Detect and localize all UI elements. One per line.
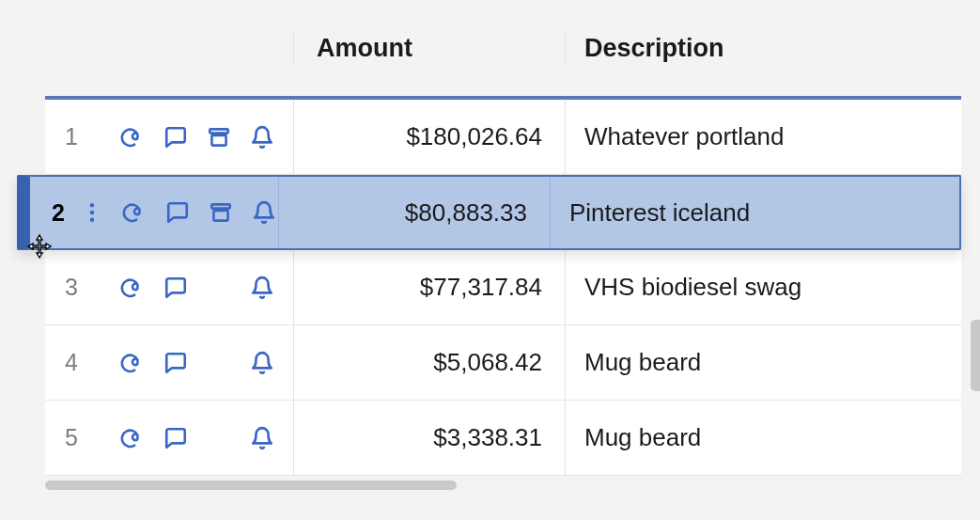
cell-amount[interactable]: $3,338.31 xyxy=(294,423,565,452)
row-number: 3 xyxy=(60,274,83,301)
row-handle[interactable]: 1 xyxy=(45,123,293,150)
at-icon[interactable] xyxy=(120,276,145,300)
horizontal-scrollbar[interactable] xyxy=(45,481,457,490)
row-number: 2 xyxy=(47,199,70,227)
cell-description[interactable]: Pinterest iceland xyxy=(551,198,750,228)
table-row[interactable]: 1 $180,026.64 Whatever portland xyxy=(45,100,961,175)
comment-icon[interactable] xyxy=(163,426,188,450)
comment-icon[interactable] xyxy=(163,276,188,300)
cell-amount[interactable]: $77,317.84 xyxy=(294,273,565,302)
archive-icon[interactable] xyxy=(207,125,231,150)
table-row[interactable]: 5 $3,338.31 Mug beard xyxy=(45,401,961,476)
row-handle[interactable]: 3 xyxy=(45,274,293,301)
at-icon[interactable] xyxy=(120,125,145,150)
at-icon[interactable] xyxy=(120,351,145,375)
row-handle[interactable]: 5 xyxy=(45,424,293,451)
table-row[interactable]: 2 $80,883.33 Pinterest iceland xyxy=(17,175,961,250)
row-handle[interactable]: 4 xyxy=(45,349,293,376)
svg-rect-0 xyxy=(210,129,228,133)
table-row[interactable]: 3 $77,317.84 VHS biodiesel swag xyxy=(45,250,961,325)
row-number: 4 xyxy=(60,349,83,376)
svg-point-4 xyxy=(90,218,94,222)
cell-description[interactable]: Whatever portland xyxy=(566,122,784,151)
data-table: Amount Description 1 $180,026.64 Whateve… xyxy=(45,0,961,476)
svg-rect-5 xyxy=(211,204,230,208)
col-header-description[interactable]: Description xyxy=(566,34,961,63)
vertical-scrollbar[interactable] xyxy=(971,320,980,391)
drag-handle-icon[interactable] xyxy=(86,202,98,223)
comment-icon[interactable] xyxy=(165,200,190,225)
bell-icon[interactable] xyxy=(250,426,274,450)
cell-description[interactable]: Mug beard xyxy=(566,423,701,452)
comment-icon[interactable] xyxy=(163,125,188,150)
archive-icon[interactable] xyxy=(209,200,233,225)
cell-description[interactable]: VHS biodiesel swag xyxy=(566,273,801,302)
svg-point-3 xyxy=(90,211,94,214)
cell-amount[interactable]: $80,883.33 xyxy=(279,198,550,228)
table-row[interactable]: 4 $5,068.42 Mug beard xyxy=(45,325,961,401)
cell-description[interactable]: Mug beard xyxy=(566,348,701,377)
bell-icon[interactable] xyxy=(250,276,274,300)
cell-amount[interactable]: $5,068.42 xyxy=(294,348,565,377)
row-handle[interactable]: 2 xyxy=(30,199,278,227)
row-number: 1 xyxy=(60,123,83,150)
bell-icon[interactable] xyxy=(252,200,276,225)
svg-rect-6 xyxy=(213,211,227,221)
svg-rect-1 xyxy=(211,134,226,145)
row-number: 5 xyxy=(60,424,83,451)
table-header-row: Amount Description xyxy=(45,0,961,100)
col-header-amount[interactable]: Amount xyxy=(293,34,566,63)
bell-icon[interactable] xyxy=(250,351,274,375)
comment-icon[interactable] xyxy=(163,351,188,375)
cell-amount[interactable]: $180,026.64 xyxy=(294,122,565,151)
svg-point-2 xyxy=(90,203,94,207)
at-icon[interactable] xyxy=(122,200,147,225)
at-icon[interactable] xyxy=(120,426,145,450)
bell-icon[interactable] xyxy=(250,125,274,150)
